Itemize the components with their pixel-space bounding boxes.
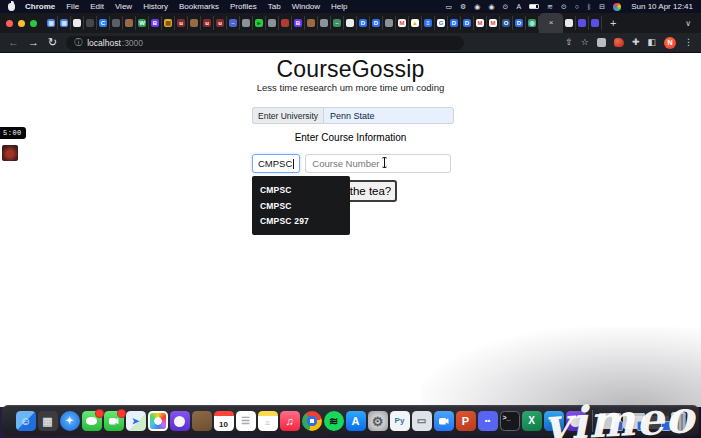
sound-device-icon[interactable]: ◉ bbox=[474, 3, 480, 10]
course-number-input[interactable] bbox=[305, 154, 451, 173]
close-window-button[interactable] bbox=[6, 20, 13, 27]
menubar-clock[interactable]: Sun 10 Apr 12:41 bbox=[631, 2, 693, 11]
tab-globe[interactable] bbox=[266, 16, 279, 30]
dock-trash-icon[interactable] bbox=[671, 412, 686, 431]
bookmark-star-icon[interactable]: ☆ bbox=[581, 38, 589, 47]
tab[interactable]: O bbox=[500, 16, 513, 30]
dock-reminders-icon[interactable]: ☰ bbox=[236, 411, 256, 431]
tab-github[interactable] bbox=[71, 16, 84, 30]
tab[interactable]: D bbox=[370, 16, 383, 30]
tab[interactable]: ▦ bbox=[45, 16, 58, 30]
tab-globe[interactable] bbox=[318, 16, 331, 30]
dock-powerpoint-icon[interactable]: P bbox=[456, 411, 476, 431]
dock-launchpad-icon[interactable]: ▦ bbox=[38, 411, 58, 431]
dock-zoom-icon[interactable] bbox=[434, 411, 454, 431]
tab[interactable]: D bbox=[461, 16, 474, 30]
dock-preview-icon[interactable]: ▭ bbox=[412, 411, 432, 431]
dock-notes-icon[interactable]: ≡ bbox=[258, 411, 278, 431]
red-mascot-extension-icon[interactable] bbox=[614, 38, 624, 47]
menu-tab[interactable]: Tab bbox=[268, 2, 281, 11]
share-icon[interactable]: ⇧ bbox=[565, 38, 573, 47]
control-center-icon[interactable]: ⊙ bbox=[561, 3, 567, 10]
site-info-icon[interactable]: ⓘ bbox=[74, 37, 82, 48]
tab-gmail[interactable]: M bbox=[487, 16, 500, 30]
dock-settings-icon[interactable]: ⚙ bbox=[368, 411, 388, 431]
tab[interactable]: – bbox=[227, 16, 240, 30]
new-tab-button[interactable]: + bbox=[610, 17, 616, 29]
tab[interactable]: B bbox=[292, 16, 305, 30]
tab[interactable]: u bbox=[175, 16, 188, 30]
menu-chrome[interactable]: Chrome bbox=[25, 2, 55, 11]
tab-globe[interactable] bbox=[383, 16, 396, 30]
tab[interactable] bbox=[279, 16, 292, 30]
extensions-puzzle-icon[interactable]: ✚ bbox=[632, 38, 640, 47]
tab[interactable]: u bbox=[201, 16, 214, 30]
forward-icon[interactable]: → bbox=[28, 37, 39, 48]
dock-facetime-icon[interactable] bbox=[104, 411, 124, 431]
dock-window-thumbnail[interactable] bbox=[647, 413, 669, 429]
menu-history[interactable]: History bbox=[143, 2, 168, 11]
tab-active[interactable]: × bbox=[539, 13, 563, 33]
dock-finder-icon[interactable]: ☺ bbox=[16, 411, 36, 431]
dock-github-desktop-icon[interactable] bbox=[566, 411, 586, 431]
tab[interactable]: ▦ bbox=[162, 16, 175, 30]
tab[interactable]: ▸ bbox=[253, 16, 266, 30]
dock-messages-icon[interactable] bbox=[82, 411, 102, 431]
user-avatar-icon[interactable] bbox=[613, 3, 621, 11]
dropdown-option[interactable]: CMPSC bbox=[252, 201, 350, 211]
tab-gmail[interactable]: M bbox=[474, 16, 487, 30]
tab-gmail[interactable]: M bbox=[396, 16, 409, 30]
spill-tea-button[interactable]: the tea? bbox=[344, 180, 397, 202]
tab-drive[interactable]: ▲ bbox=[409, 16, 422, 30]
wifi-icon[interactable]: ≋ bbox=[547, 3, 553, 10]
minimize-window-button[interactable] bbox=[18, 20, 25, 27]
dropdown-option[interactable]: CMPSC 297 bbox=[252, 216, 350, 226]
extension-icon[interactable] bbox=[597, 38, 606, 47]
screen-mirroring-icon[interactable]: ▭ bbox=[445, 3, 452, 10]
dropdown-option[interactable]: CMPSC bbox=[252, 185, 350, 195]
tab-globe[interactable] bbox=[240, 16, 253, 30]
tab[interactable] bbox=[123, 16, 136, 30]
dock-window-thumbnail[interactable] bbox=[623, 413, 645, 429]
tab-docs[interactable]: ≡ bbox=[422, 16, 435, 30]
menu-edit[interactable]: Edit bbox=[90, 2, 104, 11]
tab[interactable]: D bbox=[448, 16, 461, 30]
dock-discord-icon[interactable]: •• bbox=[478, 411, 498, 431]
dock-calendar-icon[interactable]: 10 bbox=[214, 411, 234, 431]
gear-icon[interactable]: ⚙ bbox=[460, 3, 466, 10]
university-input[interactable] bbox=[323, 107, 454, 124]
reload-icon[interactable]: ↻ bbox=[48, 37, 57, 48]
side-panel-icon[interactable]: ◧ bbox=[647, 38, 656, 47]
tab[interactable]: C bbox=[97, 16, 110, 30]
dock-photos-icon[interactable] bbox=[148, 411, 168, 431]
dock-github-icon[interactable] bbox=[170, 411, 190, 431]
profile-avatar[interactable]: N bbox=[664, 37, 676, 49]
tab[interactable]: u bbox=[214, 16, 227, 30]
tab[interactable] bbox=[188, 16, 201, 30]
dock-appstore-icon[interactable]: A bbox=[346, 411, 366, 431]
dock-terminal-icon[interactable]: >_ bbox=[500, 411, 520, 431]
tab-globe[interactable] bbox=[563, 16, 576, 30]
tab[interactable] bbox=[305, 16, 318, 30]
tab[interactable]: ◍ bbox=[526, 16, 539, 30]
menu-bookmarks[interactable]: Bookmarks bbox=[179, 2, 219, 11]
back-icon[interactable]: ← bbox=[8, 37, 19, 48]
course-name-input[interactable]: CMPSC bbox=[252, 154, 300, 173]
sound-device-icon-2[interactable]: ◉ bbox=[488, 3, 494, 10]
dock-chrome-icon[interactable] bbox=[302, 411, 322, 431]
dock-books-icon[interactable] bbox=[192, 411, 212, 431]
dock-safari-icon[interactable]: ✦ bbox=[60, 411, 80, 431]
dock-excel-icon[interactable]: X bbox=[522, 411, 542, 431]
menu-window[interactable]: Window bbox=[292, 2, 320, 11]
battery-icon[interactable] bbox=[529, 4, 539, 9]
display-icon[interactable]: ⊟ bbox=[599, 3, 605, 10]
dock-spotify-icon[interactable]: ≋ bbox=[324, 411, 344, 431]
tab[interactable] bbox=[84, 16, 97, 30]
dock-python-icon[interactable]: Py bbox=[390, 411, 410, 431]
dock-vscode-icon[interactable]: </> bbox=[544, 411, 564, 431]
dock-maps-icon[interactable]: ➤ bbox=[126, 411, 146, 431]
tab[interactable]: W bbox=[136, 16, 149, 30]
tab[interactable]: ▦ bbox=[58, 16, 71, 30]
zoom-window-button[interactable] bbox=[30, 20, 37, 27]
tab[interactable]: D bbox=[513, 16, 526, 30]
